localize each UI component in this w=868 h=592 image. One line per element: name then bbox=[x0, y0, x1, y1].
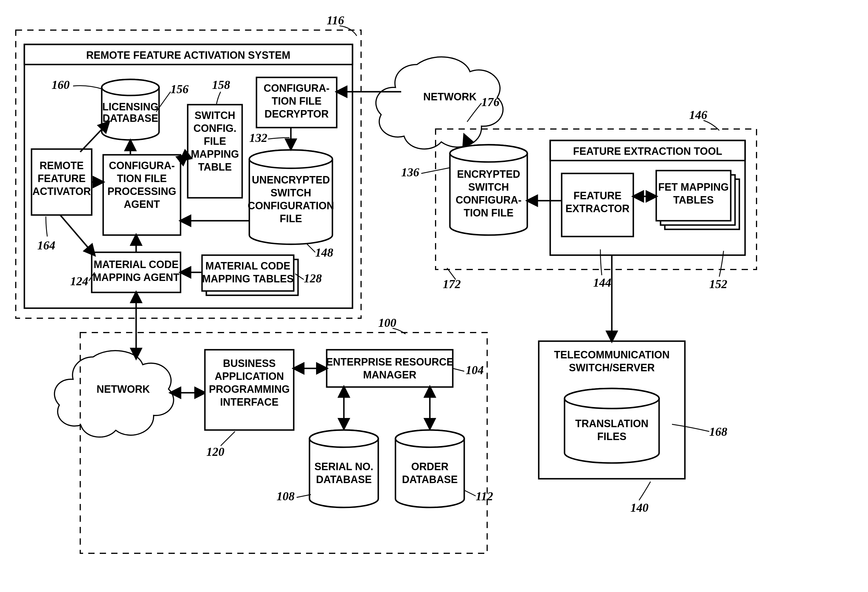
svg-text:DATABASE: DATABASE bbox=[402, 474, 458, 485]
svg-point-54 bbox=[310, 430, 378, 447]
svg-text:CONFIGURATION: CONFIGURATION bbox=[248, 200, 334, 212]
svg-text:SWITCH/SERVER: SWITCH/SERVER bbox=[569, 362, 654, 373]
svg-text:ORDER: ORDER bbox=[411, 461, 449, 472]
svg-text:172: 172 bbox=[443, 278, 461, 291]
svg-text:BUSINESS: BUSINESS bbox=[223, 358, 276, 369]
svg-text:NETWORK: NETWORK bbox=[97, 383, 150, 395]
svg-text:148: 148 bbox=[315, 246, 333, 259]
svg-text:TABLES: TABLES bbox=[673, 194, 713, 206]
network-cloud-bottom: NETWORK bbox=[55, 351, 174, 437]
svg-text:TION FILE: TION FILE bbox=[117, 173, 167, 184]
svg-text:CONFIGURA-: CONFIGURA- bbox=[456, 194, 521, 206]
svg-text:APPLICATION: APPLICATION bbox=[215, 370, 284, 382]
svg-text:ENTERPRISE RESOURCE: ENTERPRISE RESOURCE bbox=[326, 356, 453, 368]
svg-point-64 bbox=[450, 145, 527, 162]
svg-text:104: 104 bbox=[466, 364, 484, 377]
svg-text:REMOTE: REMOTE bbox=[40, 160, 84, 172]
svg-text:MATERIAL CODE: MATERIAL CODE bbox=[94, 259, 179, 270]
mcmt-box: MATERIAL CODE MAPPING TABLES bbox=[202, 255, 298, 295]
svg-text:152: 152 bbox=[709, 278, 727, 291]
svg-text:SWITCH: SWITCH bbox=[468, 181, 509, 193]
rfas-title: REMOTE FEATURE ACTIVATION SYSTEM bbox=[86, 49, 291, 61]
svg-text:MAPPING: MAPPING bbox=[191, 148, 239, 160]
svg-text:160: 160 bbox=[52, 78, 69, 92]
svg-text:124: 124 bbox=[70, 275, 88, 288]
svg-text:120: 120 bbox=[206, 445, 224, 459]
svg-text:MANAGER: MANAGER bbox=[363, 369, 416, 381]
svg-text:FEATURE: FEATURE bbox=[573, 190, 621, 201]
svg-text:164: 164 bbox=[37, 239, 55, 252]
svg-text:108: 108 bbox=[276, 490, 295, 503]
svg-text:MAPPING AGENT: MAPPING AGENT bbox=[93, 271, 180, 283]
svg-text:116: 116 bbox=[327, 14, 344, 27]
svg-text:MATERIAL CODE: MATERIAL CODE bbox=[205, 260, 291, 272]
order-db: ORDER DATABASE bbox=[396, 430, 464, 508]
svg-point-20 bbox=[249, 150, 332, 168]
escf-cyl: ENCRYPTED SWITCH CONFIGURA- TION FILE bbox=[450, 145, 527, 235]
svg-text:CONFIG.: CONFIG. bbox=[193, 123, 236, 134]
svg-text:112: 112 bbox=[476, 490, 493, 503]
serial-db: SERIAL NO. DATABASE bbox=[310, 430, 378, 508]
svg-text:MAPPING TABLES: MAPPING TABLES bbox=[202, 273, 294, 285]
licensing-database: LICENSING DATABASE bbox=[102, 79, 159, 140]
svg-text:144: 144 bbox=[593, 276, 611, 289]
svg-text:LICENSING: LICENSING bbox=[102, 101, 158, 112]
svg-text:PROGRAMMING: PROGRAMMING bbox=[209, 383, 290, 395]
translation-files-cyl: TRANSLATION FILES bbox=[564, 388, 659, 463]
svg-text:158: 158 bbox=[212, 78, 230, 92]
svg-text:ACTIVATOR: ACTIVATOR bbox=[32, 185, 91, 197]
svg-text:DATABASE: DATABASE bbox=[316, 474, 372, 485]
svg-text:176: 176 bbox=[481, 95, 499, 109]
svg-text:FET MAPPING: FET MAPPING bbox=[658, 181, 729, 193]
svg-text:FEATURE EXTRACTION TOOL: FEATURE EXTRACTION TOOL bbox=[573, 145, 722, 157]
svg-text:CONFIGURA-: CONFIGURA- bbox=[264, 82, 329, 94]
svg-point-82 bbox=[564, 388, 659, 408]
uscf-cyl: UNENCRYPTED SWITCH CONFIGURATION FILE bbox=[248, 150, 334, 244]
svg-text:SWITCH: SWITCH bbox=[195, 110, 235, 121]
svg-text:TION FILE: TION FILE bbox=[272, 95, 322, 107]
svg-text:100: 100 bbox=[378, 316, 396, 329]
svg-text:168: 168 bbox=[709, 425, 727, 438]
svg-text:AGENT: AGENT bbox=[124, 198, 160, 210]
erm-box bbox=[327, 350, 453, 387]
svg-text:FILE: FILE bbox=[204, 135, 226, 147]
svg-text:EXTRACTOR: EXTRACTOR bbox=[565, 203, 629, 215]
svg-text:TRANSLATION: TRANSLATION bbox=[575, 418, 648, 429]
svg-text:ENCRYPTED: ENCRYPTED bbox=[457, 168, 520, 180]
svg-text:DECRYPTOR: DECRYPTOR bbox=[264, 108, 329, 120]
svg-text:CONFIGURA-: CONFIGURA- bbox=[109, 160, 175, 172]
svg-text:FILES: FILES bbox=[597, 431, 626, 443]
svg-text:132: 132 bbox=[249, 131, 267, 145]
svg-text:TELECOMMUNICATION: TELECOMMUNICATION bbox=[554, 349, 669, 361]
svg-text:136: 136 bbox=[401, 166, 419, 179]
svg-text:156: 156 bbox=[171, 83, 189, 96]
svg-point-59 bbox=[396, 430, 464, 447]
svg-text:FEATURE: FEATURE bbox=[38, 173, 86, 184]
svg-text:PROCESSING: PROCESSING bbox=[108, 185, 176, 197]
svg-text:TION FILE: TION FILE bbox=[464, 207, 514, 219]
svg-text:UNENCRYPTED: UNENCRYPTED bbox=[252, 174, 330, 186]
svg-text:NETWORK: NETWORK bbox=[423, 91, 477, 103]
svg-text:146: 146 bbox=[689, 108, 707, 121]
svg-text:SWITCH: SWITCH bbox=[270, 187, 311, 199]
svg-text:SERIAL NO.: SERIAL NO. bbox=[314, 461, 373, 472]
svg-text:FILE: FILE bbox=[280, 213, 302, 225]
svg-text:140: 140 bbox=[630, 501, 648, 514]
fmt-box: FET MAPPING TABLES bbox=[656, 170, 740, 229]
diagram-canvas: REMOTE FEATURE ACTIVATION SYSTEM LICENSI… bbox=[0, 0, 868, 592]
svg-point-1 bbox=[102, 79, 159, 95]
svg-text:TABLE: TABLE bbox=[198, 161, 232, 173]
svg-text:INTERFACE: INTERFACE bbox=[220, 396, 279, 408]
svg-text:DATABASE: DATABASE bbox=[103, 112, 158, 124]
svg-text:128: 128 bbox=[304, 272, 322, 285]
